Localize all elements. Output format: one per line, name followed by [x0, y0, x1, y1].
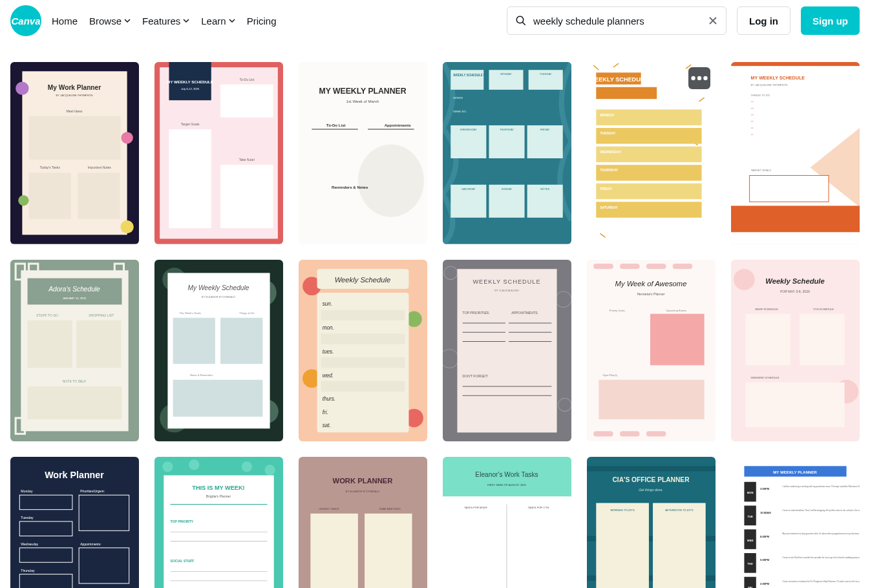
svg-text:DON'T FORGET!: DON'T FORGET! — [463, 373, 488, 377]
svg-text:FOR MAY 3-9, 2020: FOR MAY 3-9, 2020 — [780, 289, 810, 293]
svg-text:Meal Ideas: Meal Ideas — [67, 109, 83, 113]
svg-text:THURSDAY: THURSDAY — [500, 128, 514, 131]
template-card[interactable]: WEEKLY SCHEDULEBY CLAUDIA ALVESTOP PRIOR… — [443, 260, 571, 442]
template-card[interactable]: Adora's ScheduleJANUARY 15, 2020STUFF TO… — [10, 260, 139, 442]
chevron-down-icon — [183, 17, 189, 24]
template-card[interactable]: Weekly ScheduleFOR MAY 3-9, 2020M/W/F SC… — [731, 260, 860, 442]
svg-text:I have to text Dad that it wou: I have to text Dad that it wouldn't be p… — [783, 556, 860, 559]
svg-text:Notes & Reminders: Notes & Reminders — [190, 373, 213, 376]
svg-rect-111 — [76, 320, 121, 368]
svg-point-182 — [734, 269, 755, 290]
svg-text:Tuesday: Tuesday — [21, 516, 34, 520]
more-options-button[interactable] — [688, 67, 710, 89]
nav-learn[interactable]: Learn — [201, 16, 235, 26]
svg-text:Take Note!: Take Note! — [239, 158, 255, 162]
svg-text:1st Week of March: 1st Week of March — [346, 99, 379, 103]
svg-text:FRIDAY: FRIDAY — [600, 187, 612, 191]
dots-horizontal-icon — [688, 67, 710, 89]
svg-text:WORK PLANNER: WORK PLANNER — [333, 477, 393, 485]
svg-text:Monday: Monday — [21, 489, 33, 493]
svg-rect-171 — [593, 431, 613, 436]
clear-search-button[interactable] — [708, 16, 718, 26]
canva-logo[interactable]: Canva — [10, 5, 41, 36]
nav-features[interactable]: Features — [142, 16, 189, 26]
svg-rect-96 — [750, 176, 829, 202]
svg-rect-70 — [596, 128, 701, 143]
svg-text:Henrietta's Planner: Henrietta's Planner — [637, 292, 664, 296]
svg-rect-124 — [173, 317, 215, 363]
svg-text:FRIDAY: FRIDAY — [540, 128, 550, 131]
svg-rect-7 — [29, 116, 121, 160]
svg-rect-78 — [596, 202, 701, 217]
nav-pricing[interactable]: Pricing — [247, 16, 277, 26]
svg-text:I have received an invitation : I have received an invitation for St. Pe… — [783, 580, 860, 583]
template-card[interactable]: My Weekly ScheduleBY ELEANOR FITZGERALDT… — [154, 260, 283, 442]
svg-text:TASKS FOR M/W/F: TASKS FOR M/W/F — [464, 506, 487, 509]
svg-text:MY WEEKLY SCHEDULE: MY WEEKLY SCHEDULE — [751, 76, 805, 81]
svg-text:MY WEEKLY SCHEDULE: MY WEEKLY SCHEDULE — [167, 79, 213, 84]
svg-text:BY JACQUELINE THOMPSON: BY JACQUELINE THOMPSON — [751, 83, 788, 87]
svg-rect-170 — [673, 264, 693, 269]
svg-point-214 — [264, 465, 275, 476]
template-card[interactable]: My Work PlannerBY JACQUELINE THOMPSONMea… — [10, 62, 139, 244]
svg-text:Important Notes: Important Notes — [88, 165, 112, 169]
svg-text:BY JACQUELINE THOMPSON: BY JACQUELINE THOMPSON — [56, 94, 93, 97]
template-card[interactable]: Weekly Schedulesun.mon.tues.wed.thurs.fr… — [299, 260, 427, 442]
svg-text:WEEKLY SCHEDULE: WEEKLY SCHEDULE — [472, 278, 540, 284]
template-card[interactable]: THIS IS MY WEEK!Brigitte's PlannerTOP PR… — [154, 457, 283, 588]
svg-text:M/W/F SCHEDULE: M/W/F SCHEDULE — [755, 307, 778, 310]
template-card[interactable]: MY WEEKLY SCHEDULEJuly 6-12, 2020To-Do L… — [154, 62, 283, 244]
svg-text:WEDNESDAY: WEDNESDAY — [460, 128, 477, 131]
template-card[interactable]: WEEKLY SCHEDULE PLANNERMONDAYTUESDAYMONT… — [443, 62, 571, 244]
svg-text:WEEKEND SCHEDULE: WEEKEND SCHEDULE — [751, 375, 780, 379]
svg-text:MON: MON — [747, 491, 754, 494]
template-card[interactable]: My Week of AwesomeHenrietta's PlannerPri… — [587, 260, 716, 442]
svg-text:I have to make breakfast. Then: I have to make breakfast. Then I will be… — [783, 509, 860, 512]
svg-text:Wednesday: Wednesday — [21, 542, 38, 546]
svg-text:Target Goals: Target Goals — [181, 122, 200, 126]
svg-text:THU: THU — [747, 563, 752, 566]
template-card[interactable]: WEEKLY SCHEDULEMONDAYTUESDAYWEDNESDAYTHU… — [587, 62, 716, 244]
svg-text:BY ELEANOR FITZGERALD: BY ELEANOR FITZGERALD — [202, 295, 236, 299]
login-button[interactable]: Log in — [737, 6, 790, 35]
svg-rect-125 — [220, 317, 262, 363]
svg-text:BY ELEANOR FITZGERALD: BY ELEANOR FITZGERALD — [346, 490, 380, 493]
svg-text:thurs.: thurs. — [323, 396, 335, 402]
svg-text:tues.: tues. — [323, 349, 334, 355]
svg-text:TOP PRIORITY: TOP PRIORITY — [170, 520, 193, 523]
svg-point-82 — [703, 76, 707, 80]
template-card[interactable]: WORK PLANNERBY ELEANOR FITZGERALDURGENT … — [299, 457, 427, 588]
svg-text:MONDAY: MONDAY — [500, 72, 512, 76]
svg-point-28 — [358, 145, 424, 217]
svg-rect-180 — [599, 379, 704, 419]
template-card[interactable]: MY WEEKLY SCHEDULEBY JACQUELINE THOMPSON… — [731, 62, 860, 244]
template-card[interactable]: Eleanor's Work TasksFIRST WEEK OF AUGUST… — [443, 457, 571, 588]
svg-text:MONDAY: MONDAY — [600, 113, 615, 117]
svg-text:NOTES: NOTES — [540, 187, 549, 191]
template-card[interactable]: MY WEEKLY PLANNER1st Week of MarchTo-Do … — [299, 62, 427, 244]
template-card[interactable]: Work PlannerMondayPriorities/Urgent:Tues… — [10, 457, 139, 588]
search-box[interactable] — [507, 6, 727, 35]
svg-text:8:00PM: 8:00PM — [760, 535, 770, 538]
svg-text:Upcoming Exams: Upcoming Exams — [666, 308, 686, 311]
svg-text:10:00AM: 10:00AM — [760, 511, 771, 514]
svg-text:URGENT TASKS: URGENT TASKS — [319, 507, 339, 510]
svg-rect-67 — [596, 87, 657, 99]
svg-rect-215 — [164, 476, 273, 588]
search-input[interactable] — [533, 16, 701, 26]
svg-rect-248 — [653, 503, 706, 588]
svg-rect-113 — [28, 386, 122, 419]
svg-rect-247 — [596, 503, 649, 588]
svg-text:BY CLAUDIA ALVES: BY CLAUDIA ALVES — [494, 289, 519, 292]
svg-text:Gym Plan(s): Gym Plan(s) — [602, 373, 617, 376]
svg-text:Get things done.: Get things done. — [639, 488, 663, 492]
nav-browse[interactable]: Browse — [89, 16, 131, 26]
signup-button[interactable]: Sign up — [801, 6, 860, 35]
nav-home[interactable]: Home — [52, 16, 78, 26]
svg-rect-139 — [321, 333, 405, 344]
svg-text:My Work Planner: My Work Planner — [48, 84, 101, 91]
svg-text:FIRST WEEK OF AUGUST 2020: FIRST WEEK OF AUGUST 2020 — [487, 483, 526, 487]
template-card[interactable]: MY WEEKLY PLANNER MON3:00PMI will be con… — [731, 457, 860, 588]
template-card[interactable]: CIA'S OFFICE PLANNERGet things done.MORN… — [587, 457, 716, 588]
svg-text:sun.: sun. — [323, 301, 332, 307]
